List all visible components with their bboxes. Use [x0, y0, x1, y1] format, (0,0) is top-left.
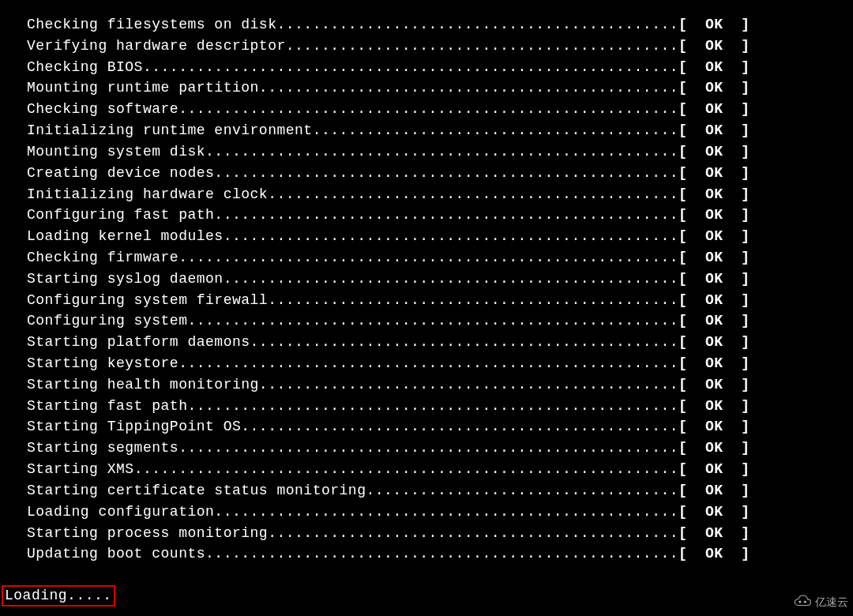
boot-dots: ........................................… [276, 14, 678, 36]
boot-message: Checking software [8, 99, 178, 120]
boot-message: Mounting system disk [8, 141, 205, 163]
status-ok: OK [687, 313, 741, 329]
bracket-close: ] [741, 504, 750, 520]
bracket-close: ] [741, 165, 750, 181]
boot-line: Initializing runtime environment........… [8, 120, 853, 141]
boot-status: [ OK ] [678, 57, 761, 78]
boot-line: Starting segments.......................… [8, 438, 853, 459]
boot-dots: ........................................… [214, 163, 678, 184]
status-ok: OK [687, 525, 741, 541]
bracket-open: [ [678, 398, 687, 414]
boot-message: Starting process monitoring [8, 523, 268, 544]
boot-dots: ................................... [366, 480, 678, 501]
status-ok: OK [687, 59, 741, 75]
bracket-close: ] [741, 546, 750, 562]
bracket-close: ] [741, 144, 750, 160]
boot-line: Configuring system firewall.............… [8, 290, 853, 311]
boot-message: Configuring system firewall [8, 290, 268, 311]
boot-message: Initializing runtime environment [8, 120, 313, 141]
status-ok: OK [687, 207, 741, 223]
bracket-open: [ [678, 122, 687, 138]
boot-status: [ OK ] [678, 290, 761, 311]
bracket-open: [ [678, 377, 687, 393]
boot-line: Configuring fast path...................… [8, 205, 853, 226]
boot-line: Starting TippingPoint OS................… [8, 416, 853, 438]
boot-message: Verifying hardware descriptor [8, 36, 286, 57]
boot-line: Starting syslog daemon..................… [8, 269, 853, 290]
boot-status: [ OK ] [678, 120, 761, 141]
bracket-close: ] [741, 461, 750, 477]
boot-status: [ OK ] [678, 396, 761, 417]
status-ok: OK [687, 461, 741, 477]
boot-dots: ........................................… [268, 523, 678, 544]
boot-message: Updating boot counts [8, 543, 205, 565]
boot-dots: ........................................… [205, 141, 678, 163]
bracket-open: [ [678, 80, 687, 96]
bracket-open: [ [678, 228, 687, 244]
boot-message: Initializing hardware clock [8, 184, 268, 205]
boot-dots: ........................................… [178, 99, 678, 120]
boot-message: Starting certificate status monitoring [8, 480, 366, 501]
boot-message: Configuring fast path [8, 205, 214, 226]
bracket-open: [ [678, 59, 687, 75]
boot-line: Starting process monitoring.............… [8, 523, 853, 544]
bracket-open: [ [678, 250, 687, 265]
bracket-open: [ [678, 165, 687, 181]
boot-message: Loading configuration [8, 501, 214, 523]
status-ok: OK [687, 419, 741, 434]
bracket-close: ] [741, 525, 750, 541]
boot-message: Mounting runtime partition [8, 77, 259, 99]
bracket-open: [ [678, 504, 687, 520]
bracket-close: ] [741, 377, 750, 393]
status-ok: OK [687, 334, 741, 350]
boot-line: Mounting runtime partition..............… [8, 77, 853, 99]
boot-status: [ OK ] [678, 523, 761, 544]
boot-line: Checking software.......................… [8, 99, 853, 120]
boot-line: Starting keystore.......................… [8, 353, 853, 374]
boot-status: [ OK ] [678, 480, 761, 501]
watermark: 亿速云 [791, 593, 848, 611]
boot-line: Checking BIOS...........................… [8, 57, 853, 78]
boot-dots: ........................................… [214, 501, 678, 523]
boot-dots: ........................................… [134, 459, 678, 480]
bracket-close: ] [741, 101, 750, 117]
bracket-close: ] [741, 122, 750, 138]
bracket-close: ] [741, 440, 750, 456]
boot-status: [ OK ] [678, 99, 761, 120]
boot-message: Configuring system [8, 310, 187, 332]
boot-dots: ........................................… [214, 205, 678, 226]
boot-message: Creating device nodes [8, 163, 214, 184]
cloud-icon [791, 593, 812, 611]
boot-message: Starting fast path [8, 396, 187, 417]
boot-status: [ OK ] [678, 205, 761, 226]
boot-message: Starting syslog daemon [8, 269, 224, 290]
bracket-open: [ [678, 440, 687, 456]
boot-dots: ........................................… [224, 269, 678, 290]
status-ok: OK [687, 144, 741, 160]
boot-line: Configuring system......................… [8, 310, 853, 332]
status-ok: OK [687, 483, 741, 498]
boot-status: [ OK ] [678, 269, 761, 290]
boot-status: [ OK ] [678, 353, 761, 374]
boot-line: Loading configuration...................… [8, 501, 853, 523]
boot-dots: ........................................… [187, 310, 678, 332]
bracket-open: [ [678, 207, 687, 223]
boot-line: Verifying hardware descriptor...........… [8, 36, 853, 57]
boot-line: Mounting system disk....................… [8, 141, 853, 163]
boot-line: Creating device nodes...................… [8, 163, 853, 184]
bracket-open: [ [678, 419, 687, 434]
boot-message: Loading kernel modules [8, 226, 224, 247]
boot-message: Checking BIOS [8, 57, 143, 78]
bracket-close: ] [741, 398, 750, 414]
svg-point-0 [799, 600, 801, 603]
boot-dots: ........................................… [178, 353, 678, 374]
boot-status: [ OK ] [678, 416, 761, 438]
status-ok: OK [687, 398, 741, 414]
boot-dots: ........................................… [268, 184, 678, 205]
status-ok: OK [687, 38, 741, 54]
bracket-close: ] [741, 483, 750, 498]
boot-status: [ OK ] [678, 14, 761, 36]
bracket-close: ] [741, 419, 750, 434]
boot-status: [ OK ] [678, 543, 761, 565]
boot-status: [ OK ] [678, 77, 761, 99]
